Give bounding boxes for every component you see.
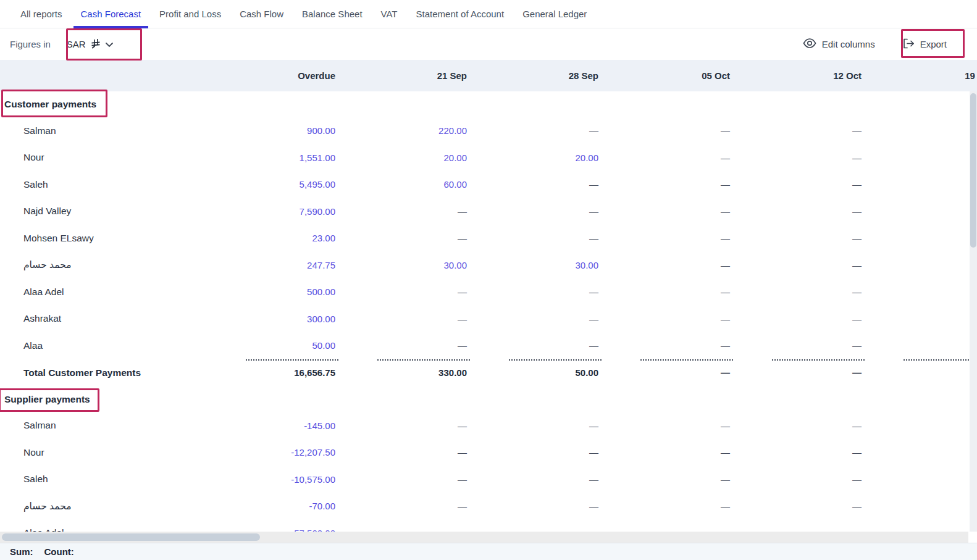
row-label: Ashrakat xyxy=(0,313,204,324)
table-row[interactable]: Alaa Adel -57,500.00———— xyxy=(0,520,977,532)
table-row[interactable]: Alaa Adel 500.00———— xyxy=(0,278,977,306)
table-row[interactable]: Saleh -10,575.00———— xyxy=(0,466,977,493)
table-row[interactable]: Ashrakat 300.00———— xyxy=(0,306,977,333)
row-label: Nour xyxy=(0,447,204,458)
column-header[interactable]: 21 Sep xyxy=(335,70,467,81)
value-cell: 5,495.00 xyxy=(204,179,335,190)
tab-balance-sheet[interactable]: Balance Sheet xyxy=(295,0,370,28)
table-body: Customer payments Salman 900.00220.00———… xyxy=(0,91,977,532)
value-cell: -10,575.00 xyxy=(204,474,335,485)
value-cell: — xyxy=(467,314,598,324)
tab-statement-of-account[interactable]: Statement of Account xyxy=(409,0,512,28)
tab-cash-flow[interactable]: Cash Flow xyxy=(232,0,291,28)
total-value-cell: 50.00 xyxy=(467,359,598,387)
value-cell: — xyxy=(598,286,730,297)
value-cell: 20.00 xyxy=(335,153,467,163)
table-row[interactable]: Alaa 50.00———— xyxy=(0,332,977,359)
value-cell: — xyxy=(730,179,862,190)
value-cell: — xyxy=(467,420,598,431)
row-label: Nour xyxy=(0,152,204,163)
value-cell: — xyxy=(335,501,467,511)
value-cell: — xyxy=(467,474,598,485)
value-cell: — xyxy=(467,340,598,351)
column-header[interactable]: 19 Oct xyxy=(862,70,977,81)
table-row[interactable]: Nour -12,207.50———— xyxy=(0,439,977,466)
table-row[interactable]: محمد حسام 247.7530.0030.00—— xyxy=(0,252,977,279)
value-cell: — xyxy=(335,206,467,217)
table-row[interactable]: Saleh 5,495.0060.00——— xyxy=(0,171,977,198)
export-icon xyxy=(903,38,915,51)
row-label: محمد حسام xyxy=(0,501,204,512)
value-cell: — xyxy=(598,153,730,163)
export-button[interactable]: Export xyxy=(903,38,947,51)
value-cell: — xyxy=(730,474,862,485)
value-cell: — xyxy=(730,206,862,217)
table-row[interactable]: Mohsen ELsawy 23.00———— xyxy=(0,225,977,252)
tab-profit-and-loss[interactable]: Profit and Loss xyxy=(152,0,229,28)
tab-cash-forecast[interactable]: Cash Forecast xyxy=(73,0,149,28)
table-row[interactable]: محمد حسام -70.00———— xyxy=(0,493,977,520)
value-cell: — xyxy=(730,340,862,351)
vertical-scrollbar[interactable] xyxy=(970,91,977,532)
value-cell: 20.00 xyxy=(467,153,598,163)
value-cell: 7,590.00 xyxy=(204,206,335,217)
cash-forecast-report-page: All reportsCash ForecastProfit and LossC… xyxy=(0,0,977,560)
total-value-cell: — xyxy=(598,359,730,387)
tab-vat[interactable]: VAT xyxy=(374,0,405,28)
status-bar: Sum: Count: xyxy=(0,543,977,560)
horizontal-scrollbar[interactable] xyxy=(0,532,968,543)
section-header-row: Customer payments xyxy=(0,91,977,117)
value-cell: — xyxy=(598,314,730,324)
table-row[interactable]: Salman 900.00220.00——— xyxy=(0,117,977,144)
eye-icon xyxy=(803,38,816,50)
value-cell: — xyxy=(335,233,467,243)
row-label: Alaa xyxy=(0,340,204,351)
column-header[interactable]: Overdue xyxy=(204,70,335,81)
value-cell: — xyxy=(598,260,730,270)
currency-code: SAR xyxy=(67,39,86,49)
value-cell: — xyxy=(598,474,730,485)
value-cell: — xyxy=(598,447,730,458)
column-header[interactable]: 12 Oct xyxy=(730,70,862,81)
value-cell: — xyxy=(467,286,598,297)
value-cell: — xyxy=(467,233,598,243)
value-cell: — xyxy=(335,420,467,431)
row-label: Alaa Adel xyxy=(0,527,204,532)
table-row[interactable]: Salman -145.00———— xyxy=(0,412,977,440)
value-cell: — xyxy=(335,474,467,485)
column-header[interactable]: 05 Oct xyxy=(598,70,730,81)
sum-label: Sum: xyxy=(10,546,33,557)
tab-general-ledger[interactable]: General Ledger xyxy=(515,0,594,28)
value-cell: 300.00 xyxy=(204,314,335,324)
row-label: Salman xyxy=(0,125,204,136)
value-cell: — xyxy=(598,125,730,136)
value-cell: 500.00 xyxy=(204,286,335,297)
edit-columns-label: Edit columns xyxy=(822,39,875,49)
saudi-riyal-icon xyxy=(91,38,100,51)
table-header-row: Overdue21 Sep28 Sep05 Oct12 Oct19 Oct xyxy=(0,60,977,91)
value-cell: 60.00 xyxy=(335,179,467,190)
value-cell: — xyxy=(467,206,598,217)
value-cell: -145.00 xyxy=(204,420,335,431)
table-row[interactable]: Najd Valley 7,590.00———— xyxy=(0,198,977,225)
value-cell: — xyxy=(730,501,862,511)
total-value-cell xyxy=(862,359,977,387)
currency-dropdown[interactable]: SAR xyxy=(64,35,116,54)
table-row[interactable]: Nour 1,551.0020.0020.00—— xyxy=(0,144,977,172)
vertical-scrollbar-thumb[interactable] xyxy=(970,93,976,248)
total-label: Total Customer Payments xyxy=(0,359,204,387)
value-cell: 220.00 xyxy=(335,125,467,136)
column-header[interactable]: 28 Sep xyxy=(467,70,598,81)
value-cell: — xyxy=(467,179,598,190)
value-cell: — xyxy=(730,260,862,270)
tab-all-reports[interactable]: All reports xyxy=(13,0,70,28)
value-cell: 30.00 xyxy=(467,260,598,270)
value-cell: 1,551.00 xyxy=(204,153,335,163)
horizontal-scrollbar-thumb[interactable] xyxy=(2,533,260,541)
export-label: Export xyxy=(920,39,947,49)
report-tabs-nav: All reportsCash ForecastProfit and LossC… xyxy=(0,0,977,28)
value-cell: 23.00 xyxy=(204,233,335,243)
total-value-cell: — xyxy=(730,359,862,387)
value-cell: — xyxy=(598,340,730,351)
edit-columns-button[interactable]: Edit columns xyxy=(803,38,875,50)
